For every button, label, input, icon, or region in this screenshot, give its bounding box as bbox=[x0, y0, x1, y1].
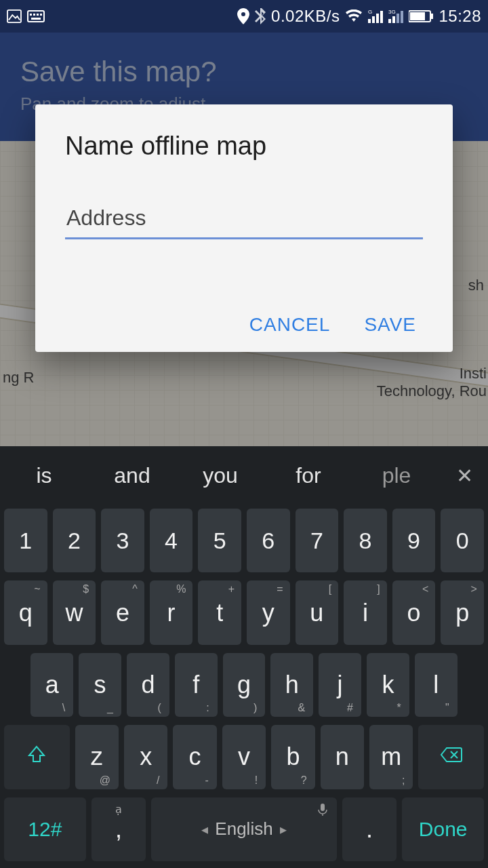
soft-keyboard: is and you for ple ✕ 1 2 3 4 5 6 7 8 9 0… bbox=[0, 446, 488, 868]
key-8[interactable]: 8 bbox=[344, 509, 387, 572]
key-b[interactable]: b? bbox=[271, 725, 314, 789]
location-icon bbox=[237, 8, 249, 24]
svg-text:G: G bbox=[368, 9, 372, 15]
svg-rect-6 bbox=[31, 18, 41, 20]
svg-rect-1 bbox=[28, 11, 44, 22]
svg-rect-8 bbox=[372, 16, 375, 23]
key-q[interactable]: ~q bbox=[4, 580, 47, 644]
key-h[interactable]: h& bbox=[270, 653, 313, 717]
key-6[interactable]: 6 bbox=[247, 509, 290, 572]
suggestion[interactable]: for bbox=[264, 463, 352, 488]
key-e[interactable]: ^e bbox=[101, 580, 144, 644]
qwerty-row-1: ~q $w ^e %r +t =y [u ]i <o >p bbox=[4, 580, 484, 644]
svg-rect-3 bbox=[33, 14, 35, 16]
key-v[interactable]: v! bbox=[222, 725, 266, 789]
svg-text:3G: 3G bbox=[388, 9, 396, 15]
chevron-right-icon: ▸ bbox=[280, 821, 287, 837]
key-k[interactable]: k* bbox=[367, 653, 409, 717]
key-a[interactable]: a\ bbox=[30, 653, 73, 717]
name-map-dialog: Name offline map CANCEL SAVE bbox=[35, 104, 453, 352]
key-s[interactable]: s_ bbox=[79, 653, 121, 717]
key-3[interactable]: 3 bbox=[101, 509, 144, 572]
suggestion-row: is and you for ple ✕ bbox=[0, 446, 488, 505]
suggestion[interactable]: you bbox=[176, 463, 264, 488]
key-c[interactable]: c- bbox=[173, 725, 216, 789]
key-l[interactable]: l" bbox=[415, 653, 458, 717]
mic-icon bbox=[318, 803, 327, 820]
backspace-icon bbox=[440, 746, 463, 768]
svg-rect-18 bbox=[410, 12, 425, 20]
bottom-row: 12# ạ , ◂ English ▸ . Done bbox=[4, 797, 484, 861]
svg-rect-5 bbox=[40, 14, 42, 16]
key-5[interactable]: 5 bbox=[198, 509, 241, 572]
key-2[interactable]: 2 bbox=[53, 509, 96, 572]
key-rows: 1 2 3 4 5 6 7 8 9 0 ~q $w ^e %r +t =y [u… bbox=[0, 505, 488, 868]
comma-key[interactable]: ạ , bbox=[92, 797, 146, 861]
bluetooth-icon bbox=[255, 8, 266, 24]
svg-rect-12 bbox=[388, 19, 391, 23]
dialog-actions: CANCEL SAVE bbox=[65, 314, 423, 336]
cancel-button[interactable]: CANCEL bbox=[249, 314, 331, 336]
battery-icon bbox=[409, 10, 433, 22]
save-button[interactable]: SAVE bbox=[364, 314, 416, 336]
key-0[interactable]: 0 bbox=[441, 509, 484, 572]
key-y[interactable]: =y bbox=[247, 580, 290, 644]
key-d[interactable]: d( bbox=[127, 653, 169, 717]
close-suggestions-icon[interactable]: ✕ bbox=[441, 464, 488, 488]
symbols-key[interactable]: 12# bbox=[4, 797, 86, 861]
gallery-icon bbox=[7, 9, 22, 23]
key-1[interactable]: 1 bbox=[4, 509, 47, 572]
suggestion[interactable]: and bbox=[88, 463, 176, 488]
svg-rect-14 bbox=[396, 14, 399, 23]
space-key[interactable]: ◂ English ▸ bbox=[151, 797, 337, 861]
key-p[interactable]: >p bbox=[441, 580, 484, 644]
key-9[interactable]: 9 bbox=[392, 509, 436, 572]
svg-rect-4 bbox=[37, 14, 39, 16]
svg-rect-10 bbox=[380, 11, 383, 23]
key-g[interactable]: g) bbox=[223, 653, 266, 717]
clock: 15:28 bbox=[439, 7, 481, 26]
key-4[interactable]: 4 bbox=[150, 509, 193, 572]
shift-icon bbox=[27, 745, 46, 769]
suggestion[interactable]: ple bbox=[352, 463, 441, 488]
svg-rect-19 bbox=[431, 14, 433, 19]
svg-rect-15 bbox=[401, 11, 403, 23]
backspace-key[interactable] bbox=[418, 725, 484, 789]
key-x[interactable]: x/ bbox=[124, 725, 167, 789]
svg-rect-9 bbox=[376, 14, 379, 23]
number-row: 1 2 3 4 5 6 7 8 9 0 bbox=[4, 509, 484, 572]
key-t[interactable]: +t bbox=[198, 580, 241, 644]
key-i[interactable]: ]i bbox=[344, 580, 387, 644]
svg-rect-7 bbox=[368, 19, 371, 23]
signal-2-icon: 3G bbox=[388, 9, 403, 23]
data-rate: 0.02KB/s bbox=[271, 7, 340, 26]
status-left bbox=[7, 9, 45, 23]
suggestion[interactable]: is bbox=[0, 463, 88, 488]
map-name-input[interactable] bbox=[65, 201, 423, 239]
wifi-icon bbox=[345, 9, 363, 23]
screen: 0.02KB/s G 3G 15:28 Save this map? Pan a… bbox=[0, 0, 488, 868]
key-z[interactable]: z@ bbox=[75, 725, 119, 789]
shift-key[interactable] bbox=[4, 725, 70, 789]
signal-1-icon: G bbox=[368, 9, 383, 23]
space-label: English bbox=[215, 818, 272, 840]
svg-rect-13 bbox=[392, 16, 395, 23]
period-key[interactable]: . bbox=[342, 797, 396, 861]
svg-rect-20 bbox=[321, 804, 325, 811]
done-key[interactable]: Done bbox=[402, 797, 484, 861]
key-w[interactable]: $w bbox=[53, 580, 96, 644]
status-bar: 0.02KB/s G 3G 15:28 bbox=[0, 0, 488, 33]
qwerty-row-2: a\ s_ d( f: g) h& j# k* l" bbox=[4, 653, 484, 717]
qwerty-row-3: z@ x/ c- v! b? n m; bbox=[4, 725, 484, 789]
key-o[interactable]: <o bbox=[392, 580, 436, 644]
key-n[interactable]: n bbox=[321, 725, 364, 789]
key-m[interactable]: m; bbox=[369, 725, 413, 789]
key-f[interactable]: f: bbox=[175, 653, 218, 717]
key-r[interactable]: %r bbox=[150, 580, 193, 644]
key-7[interactable]: 7 bbox=[296, 509, 339, 572]
svg-rect-2 bbox=[30, 14, 32, 16]
key-u[interactable]: [u bbox=[296, 580, 339, 644]
chevron-left-icon: ◂ bbox=[201, 821, 208, 837]
key-j[interactable]: j# bbox=[319, 653, 361, 717]
keyboard-status-icon bbox=[27, 10, 45, 22]
